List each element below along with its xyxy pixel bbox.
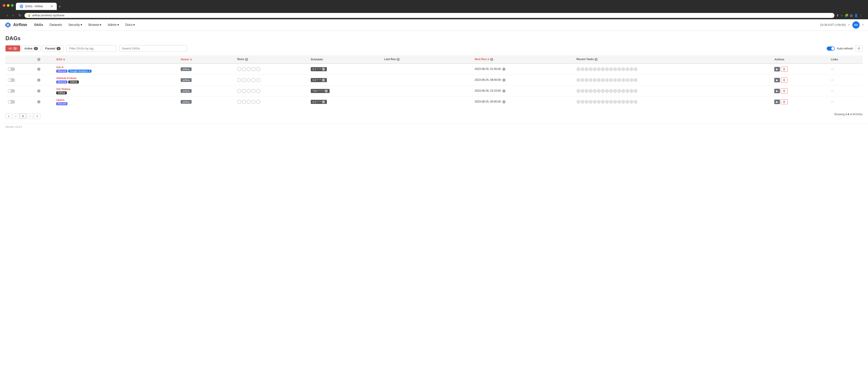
nav-item-dags[interactable]: DAGs [32,19,46,31]
th-links: Links [829,55,863,64]
nav-item-browse[interactable]: Browse ▾ [86,19,104,31]
dag-tags-uplus: Discord [56,102,176,105]
next-page-button[interactable]: › [27,114,33,119]
task-circle [577,78,580,82]
dag-delete-button-git-status[interactable]: 🗑 [781,89,788,93]
dag-name-link-github-follow[interactable]: GitHub-Follow [56,76,76,80]
th-dag[interactable]: DAG ⇅ [54,55,178,64]
th-lastrun: Last Run i [382,55,473,64]
menu-icon[interactable]: ⋮ [859,13,863,17]
dag-owner-cell: airflow [178,64,235,75]
dag-name-link-uplus[interactable]: Uplus [56,98,64,102]
dag-row-info-icon[interactable]: i [37,78,40,82]
recenttasks-info-icon[interactable]: i [594,58,598,61]
dag-name-link-ga-4[interactable]: GA-4 [56,66,63,69]
dag-runs-cell [235,75,308,86]
nav-item-admin[interactable]: Admin ▾ [105,19,122,31]
dag-delete-button-github-follow[interactable]: 🗑 [781,77,788,83]
prev-page-button[interactable]: ‹ [13,114,19,119]
puzzle-icon[interactable]: 🧩 [845,13,848,17]
traffic-light-green[interactable] [11,4,13,7]
dag-more-button-github-follow[interactable]: ··· [831,78,834,82]
nextrun-row-info-icon[interactable]: i [502,100,505,103]
page-1-button[interactable]: 1 [20,114,26,119]
forward-button[interactable]: › [11,13,15,18]
lastrun-info-icon[interactable]: i [397,58,400,61]
table-info-icon[interactable]: i [37,58,40,61]
reload-button[interactable]: ↻ [17,13,23,18]
dag-row-info-icon[interactable]: i [37,89,40,93]
dag-more-button-ga-4[interactable]: ··· [831,67,834,71]
filter-tab-all[interactable]: All 1 [5,45,20,52]
dag-row-info-icon[interactable]: i [37,68,40,71]
refresh-button[interactable]: ↺ [855,45,863,52]
dag-tag[interactable]: Discord [56,102,67,105]
profile-icon[interactable]: 👤 [854,13,858,17]
user-dropdown-icon[interactable]: ▾ [862,24,864,26]
navbar-brand[interactable]: Airflow [4,22,27,28]
nav-item-docs[interactable]: Docs ▾ [123,19,137,31]
dag-toggle-ga-4[interactable] [8,67,15,71]
address-bar[interactable]: 🔒 airflow.zerohertz.xyz/home [25,13,834,18]
dag-more-button-uplus[interactable]: ··· [831,100,834,104]
new-tab-button[interactable]: + [57,3,63,10]
dag-name-cell: GA-4 DiscordGoogle Analytics 4 [54,64,178,75]
recent-tasks-uplus [577,100,770,104]
dag-toggle-uplus[interactable] [8,100,15,104]
first-page-button[interactable]: « [5,114,12,119]
dag-name-link-git-status[interactable]: Git-Status [56,87,70,91]
dag-tag[interactable]: Google Analytics 4 [68,70,91,73]
dag-play-button-git-status[interactable]: ▶ [774,89,780,93]
traffic-light-red[interactable] [3,4,5,7]
schedule-info-icon[interactable]: i [324,89,328,93]
dag-tag[interactable]: Discord [56,80,67,84]
dag-play-button-github-follow[interactable]: ▶ [774,78,780,82]
nav-item-datasets[interactable]: Datasets [47,19,65,31]
chevron-down-icon: ▾ [117,23,119,27]
search-dags-input[interactable] [119,45,187,52]
showing-text: Showing 1-4 of 4 DAGs [834,113,863,116]
user-avatar[interactable]: AU [852,21,860,29]
auto-refresh-toggle[interactable] [827,46,835,51]
back-button[interactable]: ‹ [5,13,9,18]
nav-item-security[interactable]: Security ▾ [66,19,85,31]
bookmark-icon[interactable]: ☆ [840,13,843,17]
dag-toggle-git-status[interactable] [8,89,15,93]
th-owner[interactable]: Owner ⇅ [178,55,235,64]
browser-tab-active[interactable]: 🌀 DAGs - Airflow ✕ [16,3,57,10]
sidebar-icon[interactable]: ▤ [850,13,853,17]
dag-delete-button-ga-4[interactable]: 🗑 [781,67,788,72]
dag-play-button-uplus[interactable]: ▶ [774,100,780,104]
task-circle [634,89,638,93]
filter-tab-paused[interactable]: Paused 4 [42,45,64,52]
dag-table: i DAG ⇅ Owner ⇅ Runs i Schedule Last Run… [5,55,863,107]
tag-filter-input[interactable] [66,45,116,52]
nextrun-row-info-icon[interactable]: i [502,68,505,71]
filter-tab-active[interactable]: Active 0 [22,45,41,52]
tab-close-icon[interactable]: ✕ [51,4,53,8]
runs-info-icon[interactable]: i [245,58,248,61]
dag-more-button-git-status[interactable]: ··· [831,89,834,93]
extension-icon[interactable]: ⬆ [836,13,839,17]
dag-tag[interactable]: GitHub [68,80,79,84]
toggle-knob [8,90,11,92]
nextrun-info-icon[interactable]: i [490,58,493,61]
traffic-light-yellow[interactable] [7,4,9,7]
dag-toggle-github-follow[interactable] [8,78,15,82]
run-circle [237,89,241,93]
dag-row-info-icon[interactable]: i [37,100,40,103]
task-circle [630,100,633,104]
dag-tag[interactable]: GitHub [56,91,66,94]
nextrun-row-info-icon[interactable]: i [502,78,505,82]
th-nextrun[interactable]: Next Run ⇅ i [472,55,574,64]
schedule-info-icon[interactable]: i [322,68,325,71]
dag-play-button-ga-4[interactable]: ▶ [774,67,780,71]
schedule-info-icon[interactable]: i [322,78,325,82]
schedule-info-icon[interactable]: i [322,100,325,103]
dag-delete-button-uplus[interactable]: 🗑 [781,99,788,104]
task-circle [605,67,609,71]
last-page-button[interactable]: » [34,114,40,119]
nextrun-row-info-icon[interactable]: i [502,89,505,93]
dag-tag[interactable]: Discord [56,70,67,73]
time-dropdown-icon[interactable]: ▾ [848,24,849,26]
